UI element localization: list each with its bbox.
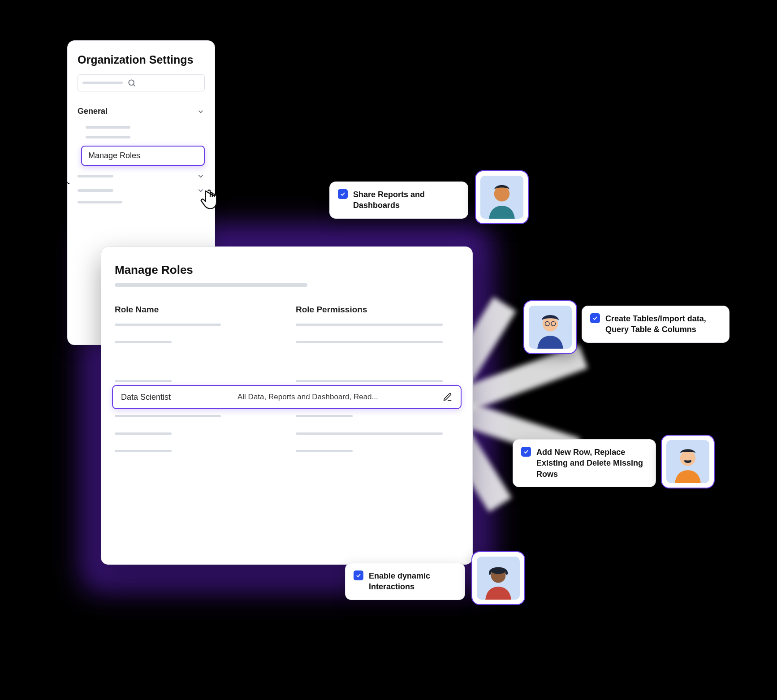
search-input[interactable]: [78, 74, 205, 91]
table-row: [296, 432, 443, 435]
avatar-illustration: [529, 306, 572, 349]
manage-roles-panel: Manage Roles Role Name Role Permissions: [101, 246, 473, 565]
skeleton-item: [78, 201, 122, 203]
chevron-down-icon: [197, 108, 205, 116]
table-row: [115, 432, 172, 435]
click-accent: [62, 176, 75, 189]
search-placeholder-skeleton: [82, 82, 123, 84]
permission-label: Enable dynamic Interactions: [369, 570, 457, 592]
search-icon: [127, 78, 136, 87]
permission-checkbox[interactable]: [521, 447, 531, 457]
table-row: [296, 380, 443, 382]
permission-callout-share-reports: Share Reports and Dashboards: [329, 181, 468, 219]
svg-point-2: [494, 186, 510, 202]
sidebar-title: Organization Settings: [78, 53, 205, 66]
table-row: [115, 450, 172, 452]
avatar: [661, 435, 715, 488]
svg-point-6: [680, 450, 696, 466]
chevron-down-icon: [197, 172, 205, 180]
section-collapsed[interactable]: [78, 186, 205, 194]
table-row: [115, 324, 221, 326]
role-permissions: All Data, Reports and Dashboard, Read...: [237, 393, 443, 402]
svg-point-0: [129, 80, 134, 85]
avatar: [523, 300, 577, 354]
permission-callout-dynamic-interactions: Enable dynamic Interactions: [345, 563, 465, 600]
permission-callout-add-row: Add New Row, Replace Existing and Delete…: [513, 439, 656, 487]
permission-checkbox[interactable]: [354, 570, 363, 580]
section-general[interactable]: General: [78, 104, 205, 119]
table-row: [296, 415, 353, 417]
section-collapsed[interactable]: [78, 201, 205, 203]
panel-title: Manage Roles: [115, 263, 459, 277]
edit-icon[interactable]: [443, 392, 453, 402]
table-row: [296, 341, 443, 343]
sidebar-item-label: Manage Roles: [88, 151, 140, 160]
skeleton-item: [78, 175, 113, 177]
table-row: [115, 341, 172, 343]
table-row: [296, 324, 443, 326]
panel-desc-skeleton: [115, 283, 307, 287]
role-row-selected[interactable]: Data Scientist All Data, Reports and Das…: [112, 385, 462, 409]
permission-callout-create-tables: Create Tables/Import data, Query Table &…: [582, 306, 730, 343]
table-row: [115, 380, 172, 382]
permission-label: Share Reports and Dashboards: [353, 189, 460, 211]
column-header-perms: Role Permissions: [296, 305, 459, 315]
avatar: [475, 170, 529, 224]
permission-checkbox[interactable]: [338, 189, 348, 199]
avatar-illustration: [477, 557, 520, 600]
section-general-label: General: [78, 107, 108, 116]
role-name: Data Scientist: [121, 393, 237, 402]
svg-line-1: [134, 85, 135, 86]
avatar-illustration: [666, 440, 709, 483]
avatar-illustration: [480, 176, 523, 219]
permission-label: Add New Row, Replace Existing and Delete…: [536, 447, 648, 480]
avatar: [471, 551, 525, 605]
skeleton-item: [86, 136, 130, 138]
table-row: [296, 450, 353, 452]
column-header-name: Role Name: [115, 305, 278, 315]
sidebar-item-manage-roles[interactable]: Manage Roles: [81, 146, 205, 166]
general-items: [78, 126, 205, 138]
skeleton-item: [78, 189, 113, 192]
permission-checkbox[interactable]: [590, 313, 600, 323]
section-collapsed[interactable]: [78, 172, 205, 180]
skeleton-item: [86, 126, 130, 129]
chevron-down-icon: [197, 186, 205, 194]
permission-label: Create Tables/Import data, Query Table &…: [605, 313, 721, 335]
table-row: [115, 415, 221, 417]
